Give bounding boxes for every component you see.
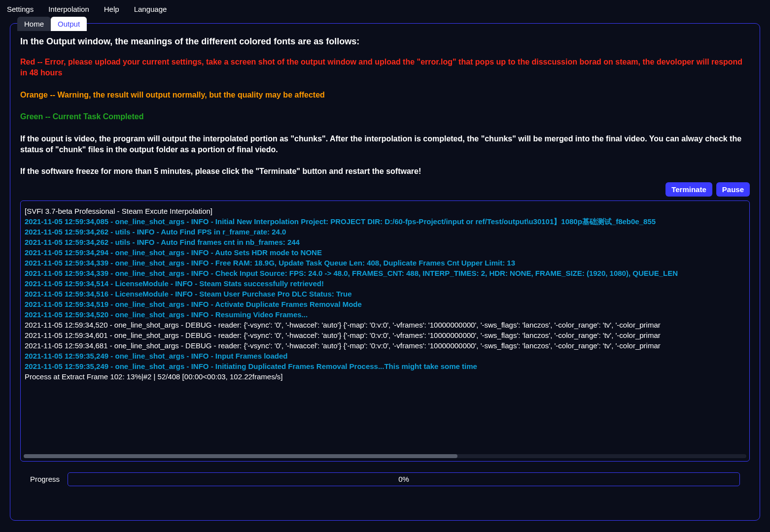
page-title: In the Output window, the meanings of th…: [20, 36, 750, 47]
log-line: Process at Extract Frame 102: 13%|#2 | 5…: [25, 371, 745, 382]
explain-orange: Orange -- Warning, the result will outpu…: [20, 90, 750, 100]
log-line: 2021-11-05 12:59:34,262 - utils - INFO -…: [25, 237, 745, 247]
log-line: 2021-11-05 12:59:34,681 - one_line_shot_…: [25, 340, 745, 351]
log-line: 2021-11-05 12:59:34,519 - one_line_shot_…: [25, 299, 745, 309]
log-line: [SVFI 3.7-beta Professional - Steam Excu…: [25, 206, 745, 216]
terminate-button[interactable]: Terminate: [665, 182, 712, 197]
log-line: 2021-11-05 12:59:35,249 - one_line_shot_…: [25, 351, 745, 361]
main-frame: Home Output In the Output window, the me…: [10, 23, 760, 521]
log-inner: [SVFI 3.7-beta Professional - Steam Excu…: [25, 206, 745, 382]
log-line: 2021-11-05 12:59:34,520 - one_line_shot_…: [25, 309, 745, 320]
log-box[interactable]: [SVFI 3.7-beta Professional - Steam Excu…: [20, 200, 750, 462]
scrollbar-thumb[interactable]: [24, 454, 457, 458]
explain-chunks: If the ouput is video, the program will …: [20, 133, 750, 156]
log-line: 2021-11-05 12:59:34,294 - one_line_shot_…: [25, 247, 745, 258]
progress-bar: 0%: [68, 472, 740, 486]
pause-button[interactable]: Pause: [716, 182, 750, 197]
log-line: 2021-11-05 12:59:34,516 - LicenseModule …: [25, 289, 745, 299]
tab-home[interactable]: Home: [17, 17, 51, 31]
tab-output[interactable]: Output: [51, 17, 87, 31]
log-line: 2021-11-05 12:59:35,249 - one_line_shot_…: [25, 361, 745, 371]
menu-settings[interactable]: Settings: [7, 5, 34, 13]
horizontal-scrollbar[interactable]: [24, 454, 746, 458]
explain-green: Green -- Current Task Completed: [20, 111, 750, 122]
explain-red: Red -- Error, please upload your current…: [20, 57, 750, 79]
menu-interpolation[interactable]: Interpolation: [48, 5, 89, 13]
log-line: 2021-11-05 12:59:34,339 - one_line_shot_…: [25, 258, 745, 268]
explain-freeze: If the software freeze for more than 5 m…: [20, 166, 750, 177]
action-row: Terminate Pause: [20, 182, 750, 197]
log-line: 2021-11-05 12:59:34,262 - utils - INFO -…: [25, 227, 745, 237]
tabs: Home Output: [17, 17, 87, 31]
progress-row: Progress 0%: [20, 472, 750, 486]
progress-value: 0%: [398, 475, 409, 483]
log-line: 2021-11-05 12:59:34,339 - one_line_shot_…: [25, 268, 745, 278]
menu-language[interactable]: Language: [134, 5, 167, 13]
log-line: 2021-11-05 12:59:34,085 - one_line_shot_…: [25, 216, 745, 227]
content: In the Output window, the meanings of th…: [10, 24, 760, 496]
log-line: 2021-11-05 12:59:34,514 - LicenseModule …: [25, 278, 745, 289]
progress-label: Progress: [30, 475, 60, 483]
log-line: 2021-11-05 12:59:34,520 - one_line_shot_…: [25, 320, 745, 330]
menu-help[interactable]: Help: [104, 5, 119, 13]
log-line: 2021-11-05 12:59:34,601 - one_line_shot_…: [25, 330, 745, 340]
menubar: Settings Interpolation Help Language: [0, 0, 770, 18]
